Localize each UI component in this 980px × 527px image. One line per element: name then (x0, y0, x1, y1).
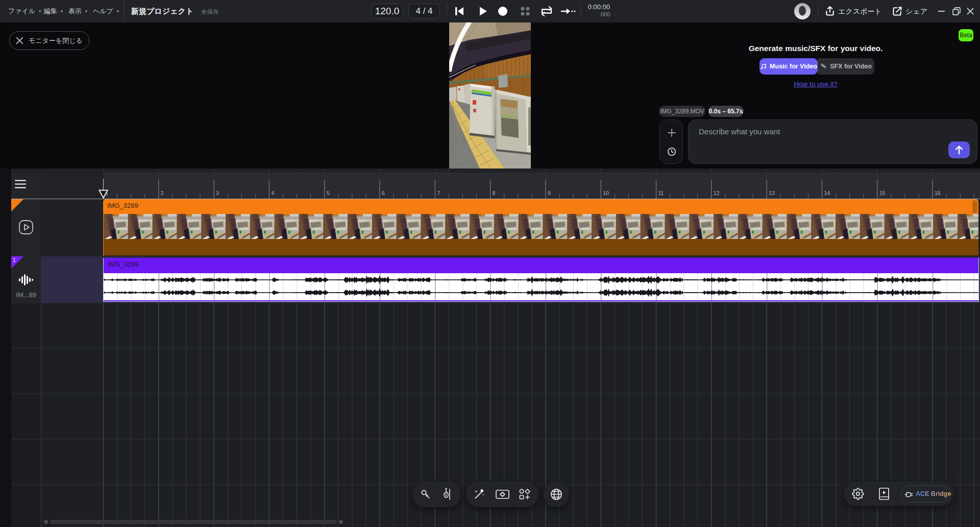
svg-text:7: 7 (437, 190, 440, 196)
svg-text:8: 8 (493, 190, 496, 196)
svg-text:16: 16 (935, 190, 941, 196)
svg-text:5: 5 (327, 190, 330, 196)
svg-text:2: 2 (161, 190, 164, 196)
svg-text:6: 6 (382, 190, 385, 196)
svg-text:4: 4 (271, 190, 274, 196)
svg-text:13: 13 (769, 190, 775, 196)
svg-text:14: 14 (824, 190, 830, 196)
svg-text:9: 9 (548, 190, 551, 196)
svg-text:1: 1 (13, 257, 16, 263)
svg-text:15: 15 (879, 190, 886, 196)
svg-text:3: 3 (216, 190, 219, 196)
svg-text:11: 11 (658, 190, 664, 196)
svg-text:12: 12 (714, 190, 720, 196)
svg-text:10: 10 (603, 190, 609, 196)
